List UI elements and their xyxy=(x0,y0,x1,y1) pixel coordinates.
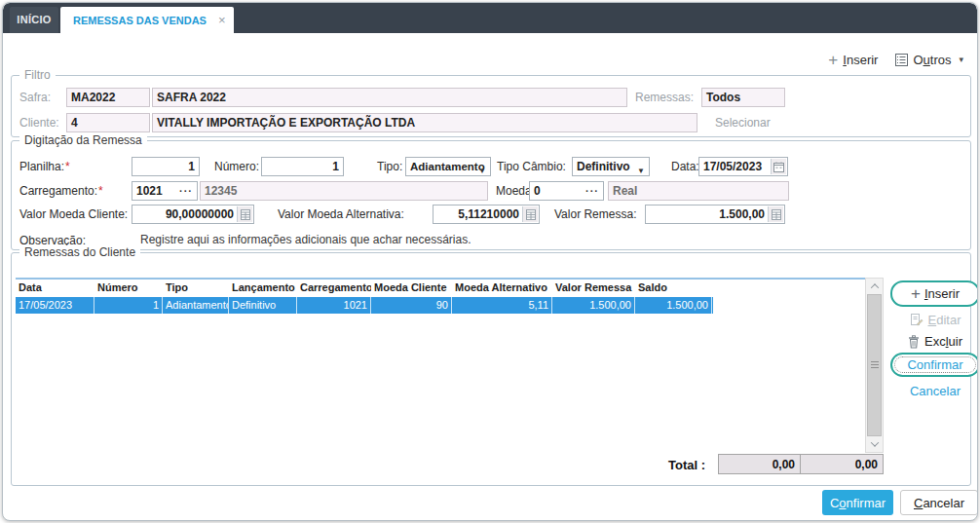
outros-menu-button[interactable]: Outros ▾ xyxy=(895,53,963,67)
cell-data: 17/05/2023 xyxy=(16,297,94,314)
remessas-table: Data Número Tipo Lançamento Carregamento… xyxy=(16,278,865,453)
remessas-window: INÍCIO REMESSAS DAS VENDAS× + Inserir Ou… xyxy=(2,2,978,521)
inserir-top-button[interactable]: + Inserir xyxy=(828,53,878,67)
tab-bar: INÍCIO REMESSAS DAS VENDAS× xyxy=(3,3,977,33)
carregamento-input[interactable]: 1021 ··· xyxy=(132,181,198,201)
plus-icon: + xyxy=(828,53,838,67)
digitacao-group: Digitação da Remessa Planilha:* 1 Número… xyxy=(11,140,971,250)
cancelar-row-button[interactable]: Cancelar xyxy=(890,383,978,398)
cancelar-button[interactable]: Cancelar xyxy=(900,490,978,515)
inserir-row-button[interactable]: + Inserir xyxy=(890,280,978,307)
valor-moeda-cliente-input[interactable]: 90,00000000 xyxy=(132,205,254,224)
cell-numero: 1 xyxy=(94,297,163,314)
calculator-icon[interactable] xyxy=(237,206,252,222)
cell-moeda-alternativo: 5,11 xyxy=(452,297,552,314)
table-header: Data Número Tipo Lançamento Carregamento… xyxy=(16,280,865,297)
tab-inicio[interactable]: INÍCIO xyxy=(10,7,58,33)
scroll-down-button[interactable] xyxy=(867,437,882,451)
scroll-up-button[interactable] xyxy=(867,280,882,293)
table-scrollbar[interactable] xyxy=(865,278,884,453)
required-mark: * xyxy=(98,184,103,198)
valor-remessa-label: Valor Remessa: xyxy=(554,205,636,224)
plus-icon: + xyxy=(911,286,921,301)
column-header-tipo[interactable]: Tipo xyxy=(163,280,229,297)
observacao-text[interactable]: Registre aqui as informações adicionais … xyxy=(140,231,471,248)
tab-remessas-das-vendas[interactable]: REMESSAS DAS VENDAS× xyxy=(60,7,234,33)
carregamento-desc-field: 12345 xyxy=(200,181,488,201)
scrollbar-thumb[interactable] xyxy=(867,294,882,436)
total-moeda-field: 0,00 xyxy=(718,454,801,474)
cell-saldo: 1.500,00 xyxy=(635,297,712,314)
edit-icon xyxy=(910,313,923,326)
top-toolbar: + Inserir Outros ▾ xyxy=(828,48,963,71)
tab-label: REMESSAS DAS VENDAS xyxy=(73,15,207,26)
calculator-icon[interactable] xyxy=(768,206,783,222)
numero-label: Número: xyxy=(214,157,259,176)
grip-icon xyxy=(871,361,879,369)
safra-label: Safra: xyxy=(19,88,51,107)
planilha-label: Planilha:* xyxy=(19,157,70,176)
tipo-label: Tipo: xyxy=(377,157,402,176)
tab-close-icon[interactable]: × xyxy=(218,13,226,27)
moeda-input[interactable]: 0 ··· xyxy=(529,181,604,201)
safra-code-field: MA2022 xyxy=(66,88,150,107)
cliente-desc-field: VITALLY IMPORTAÇÃO E EXPORTAÇÃO LTDA xyxy=(152,113,697,132)
cell-lancamento: Definitivo xyxy=(229,297,297,314)
column-header-saldo[interactable]: Saldo xyxy=(635,280,712,297)
dropdown-arrow-icon: ▼ xyxy=(478,163,486,176)
column-header-carregamento[interactable]: Carregamento xyxy=(297,280,371,297)
data-input[interactable]: 17/05/2023 xyxy=(698,157,788,176)
remessas-cliente-legend: Remessas do Cliente xyxy=(19,245,140,259)
selecionar-link: Selecionar xyxy=(715,113,771,132)
tipo-cambio-select[interactable]: Definitivo ▼ xyxy=(572,157,650,176)
remessas-cliente-group: Remessas do Cliente Data Número Tipo Lan… xyxy=(11,252,971,486)
calculator-icon[interactable] xyxy=(522,206,538,222)
dropdown-arrow-icon: ▼ xyxy=(637,163,645,176)
digitacao-legend: Digitação da Remessa xyxy=(19,133,147,147)
valor-remessa-input[interactable]: 1.500,00 xyxy=(645,205,785,224)
column-header-moeda-alternativo[interactable]: Moeda Alternativo xyxy=(452,280,552,297)
column-header-valor-remessa[interactable]: Valor Remessa xyxy=(552,280,635,297)
data-label: Data: xyxy=(671,157,699,176)
carregamento-label: Carregamento:* xyxy=(19,181,103,201)
chevron-down-icon xyxy=(870,438,878,446)
confirmar-button[interactable]: Confirmar xyxy=(822,490,893,515)
total-saldo-field: 0,00 xyxy=(800,454,884,474)
valor-moeda-alternativa-label: Valor Moeda Alternativa: xyxy=(278,205,404,224)
editar-button: Editar xyxy=(890,312,978,327)
table-row-selected[interactable]: 17/05/2023 1 Adiantamento Definitivo 102… xyxy=(16,297,713,314)
column-header-lancamento[interactable]: Lançamento xyxy=(229,280,297,297)
remessas-field: Todos xyxy=(701,88,785,107)
safra-desc-field: SAFRA 2022 xyxy=(152,88,627,107)
list-icon xyxy=(895,54,908,66)
cell-moeda-cliente: 90 xyxy=(371,297,452,314)
column-header-data[interactable]: Data xyxy=(16,280,94,297)
valor-moeda-cliente-label: Valor Moeda Cliente: xyxy=(19,205,128,224)
chevron-up-icon xyxy=(870,283,878,291)
lookup-button[interactable]: ··· xyxy=(585,181,599,201)
tipo-select[interactable]: Adiantamento ▼ xyxy=(405,157,491,176)
moeda-desc-field: Real xyxy=(608,181,789,201)
valor-moeda-alternativa-input[interactable]: 5,11210000 xyxy=(433,205,540,224)
cell-carregamento: 1021 xyxy=(297,297,371,314)
cliente-code-field: 4 xyxy=(66,113,150,132)
cell-tipo: Adiantamento xyxy=(163,297,229,314)
lookup-button[interactable]: ··· xyxy=(179,181,193,201)
cliente-label: Cliente: xyxy=(19,113,59,132)
excluir-button[interactable]: Excluir xyxy=(890,333,978,350)
numero-input[interactable]: 1 xyxy=(261,157,344,176)
calendar-icon[interactable] xyxy=(771,159,786,174)
cell-valor-remessa: 1.500,00 xyxy=(552,297,635,314)
planilha-input[interactable]: 1 xyxy=(132,157,200,176)
filtro-group: Filtro Safra: MA2022 SAFRA 2022 Remessas… xyxy=(11,75,971,137)
chevron-down-icon: ▾ xyxy=(959,55,963,64)
column-header-numero[interactable]: Número xyxy=(94,280,163,297)
required-mark: * xyxy=(65,160,70,173)
confirmar-row-button[interactable]: Confirmar xyxy=(890,353,978,377)
trash-icon xyxy=(908,335,920,349)
filtro-legend: Filtro xyxy=(19,68,56,82)
column-header-moeda-cliente[interactable]: Moeda Cliente xyxy=(371,280,452,297)
total-label: Total : xyxy=(618,458,705,472)
remessas-label: Remessas: xyxy=(635,88,694,107)
tipo-cambio-label: Tipo Câmbio: xyxy=(497,157,566,176)
